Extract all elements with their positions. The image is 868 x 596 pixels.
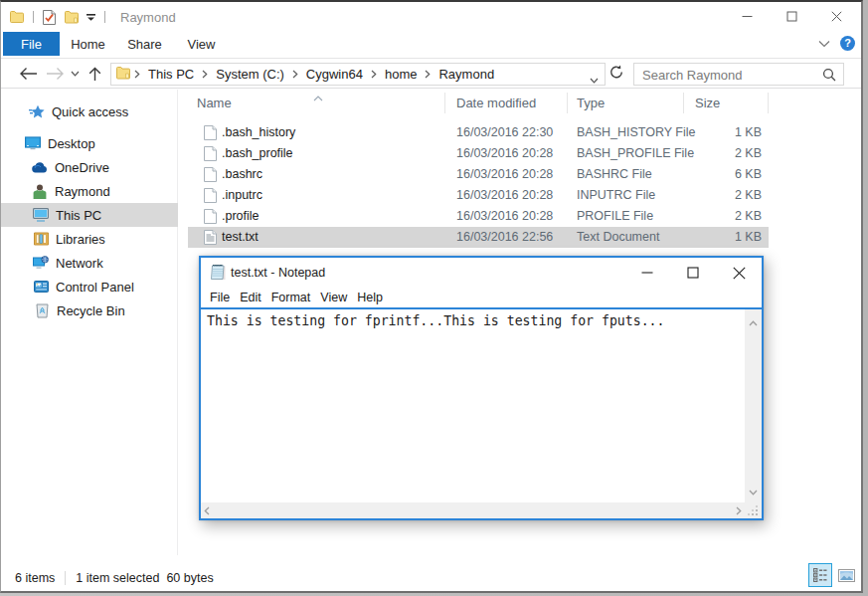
help-icon[interactable]: ? bbox=[840, 36, 855, 51]
file-row-bash-history[interactable]: .bash_history 16/03/2016 22:30 BASH_HIST… bbox=[188, 122, 769, 143]
sidebar-item-control-panel[interactable]: Control Panel bbox=[1, 275, 178, 298]
file-icon bbox=[204, 146, 217, 164]
breadcrumb-home[interactable]: home bbox=[381, 67, 422, 82]
forward-button[interactable] bbox=[42, 60, 68, 88]
breadcrumb-chevron-icon bbox=[198, 70, 212, 79]
scroll-right-icon[interactable] bbox=[736, 502, 742, 518]
notepad-text-area[interactable]: This is testing for fprintf...This is te… bbox=[207, 313, 740, 328]
text-file-icon bbox=[204, 230, 217, 248]
sidebar-item-label: Quick access bbox=[52, 104, 128, 119]
explorer-titlebar: Raymond bbox=[1, 2, 861, 31]
sidebar-item-label: Control Panel bbox=[56, 280, 134, 295]
tab-home[interactable]: Home bbox=[60, 32, 116, 56]
sidebar-item-this-pc[interactable]: This PC bbox=[1, 203, 178, 227]
sidebar-item-label: Libraries bbox=[56, 232, 105, 247]
menu-edit[interactable]: Edit bbox=[235, 291, 266, 304]
libraries-icon bbox=[33, 231, 49, 247]
notepad-title: test.txt - Notepad bbox=[231, 266, 325, 280]
breadcrumb-raymond[interactable]: Raymond bbox=[434, 67, 498, 82]
search-box[interactable]: Search Raymond bbox=[633, 63, 844, 86]
search-icon[interactable] bbox=[822, 68, 836, 86]
breadcrumb-chevron-icon bbox=[367, 70, 381, 79]
expand-ribbon-chevron-icon[interactable] bbox=[818, 34, 830, 52]
recent-locations-chevron-icon[interactable] bbox=[67, 60, 83, 88]
items-count: 6 items bbox=[15, 571, 55, 585]
vertical-scrollbar[interactable] bbox=[745, 309, 762, 502]
notepad-icon bbox=[210, 263, 227, 285]
sidebar-item-quick-access[interactable]: Quick access bbox=[1, 99, 178, 123]
this-pc-icon bbox=[33, 207, 49, 223]
navigation-pane: Quick access Desktop OneDrive bbox=[1, 90, 178, 557]
window-title: Raymond bbox=[120, 10, 176, 25]
qat-separator bbox=[33, 11, 34, 23]
column-headers: Name Date modified Type Size bbox=[179, 90, 861, 115]
tab-share[interactable]: Share bbox=[116, 32, 173, 56]
menu-help[interactable]: Help bbox=[352, 291, 388, 304]
sidebar-item-network[interactable]: Network bbox=[1, 251, 178, 275]
breadcrumb-chevron-icon bbox=[288, 70, 302, 79]
file-row-test-txt[interactable]: test.txt 16/03/2016 22:56 Text Document … bbox=[188, 227, 769, 248]
tab-file[interactable]: File bbox=[3, 32, 60, 56]
sidebar-item-user-raymond[interactable]: Raymond bbox=[1, 179, 178, 203]
column-header-type[interactable]: Type bbox=[577, 96, 605, 110]
horizontal-scrollbar[interactable] bbox=[201, 502, 745, 518]
sidebar-item-label: OneDrive bbox=[55, 160, 109, 175]
notepad-minimize-button[interactable] bbox=[624, 258, 670, 288]
column-header-size[interactable]: Size bbox=[695, 96, 720, 110]
minimize-button[interactable] bbox=[725, 2, 770, 31]
file-icon bbox=[204, 125, 217, 143]
breadcrumb-this-pc[interactable]: This PC bbox=[144, 67, 198, 82]
scroll-up-icon[interactable] bbox=[745, 312, 762, 330]
scroll-down-icon[interactable] bbox=[745, 482, 762, 499]
details-view-button[interactable] bbox=[808, 563, 832, 587]
quick-access-star-icon bbox=[29, 103, 45, 119]
recycle-bin-icon bbox=[34, 302, 50, 318]
address-box[interactable]: This PC System (C:) Cygwin64 home Raymon… bbox=[110, 63, 606, 86]
notepad-maximize-button[interactable] bbox=[670, 258, 716, 288]
control-panel-icon bbox=[33, 279, 49, 295]
up-button[interactable] bbox=[83, 60, 106, 88]
maximize-button[interactable] bbox=[770, 2, 814, 31]
column-header-date-modified[interactable]: Date modified bbox=[456, 96, 536, 110]
back-button[interactable] bbox=[15, 60, 41, 88]
file-icon bbox=[204, 209, 217, 227]
refresh-button[interactable] bbox=[609, 65, 623, 84]
file-row-inputrc[interactable]: .inputrc 16/03/2016 20:28 INPUTRC File 2… bbox=[188, 185, 769, 206]
sidebar-item-libraries[interactable]: Libraries bbox=[1, 227, 178, 251]
customize-qat-dropdown[interactable] bbox=[87, 13, 95, 21]
file-icon bbox=[204, 188, 217, 206]
new-folder-button[interactable] bbox=[65, 11, 79, 24]
notepad-close-button[interactable] bbox=[716, 258, 762, 288]
address-dropdown-chevron-icon[interactable] bbox=[590, 70, 599, 88]
network-icon bbox=[33, 255, 49, 271]
sidebar-item-recycle-bin[interactable]: Recycle Bin bbox=[1, 298, 178, 322]
sidebar-item-label: Desktop bbox=[48, 136, 95, 151]
sidebar-item-label: Raymond bbox=[55, 184, 110, 199]
file-row-bash-profile[interactable]: .bash_profile 16/03/2016 20:28 BASH_PROF… bbox=[188, 143, 769, 164]
breadcrumb-cygwin64[interactable]: Cygwin64 bbox=[302, 67, 367, 82]
search-placeholder: Search Raymond bbox=[642, 68, 742, 83]
file-row-profile[interactable]: .profile 16/03/2016 20:28 PROFILE File 2… bbox=[188, 206, 769, 227]
resize-grip[interactable] bbox=[745, 502, 762, 518]
sidebar-item-desktop[interactable]: Desktop bbox=[1, 131, 178, 155]
user-icon bbox=[32, 183, 48, 199]
ribbon-tab-bar: File Home Share View ? bbox=[1, 31, 861, 59]
file-row-bashrc[interactable]: .bashrc 16/03/2016 20:28 BASHRC File 6 K… bbox=[188, 164, 769, 185]
notepad-titlebar: test.txt - Notepad bbox=[201, 258, 762, 288]
desktop-screen: Raymond File Home Share View bbox=[0, 0, 868, 596]
breadcrumb-system-c[interactable]: System (C:) bbox=[212, 67, 288, 82]
menu-view[interactable]: View bbox=[315, 291, 352, 304]
desktop-icon bbox=[25, 135, 41, 151]
menu-file[interactable]: File bbox=[205, 291, 235, 304]
explorer-window-icon bbox=[10, 11, 24, 23]
large-icons-view-button[interactable] bbox=[834, 563, 858, 587]
column-header-name[interactable]: Name bbox=[197, 96, 232, 110]
tab-view[interactable]: View bbox=[173, 32, 230, 56]
scroll-left-icon[interactable] bbox=[204, 502, 210, 518]
close-button[interactable] bbox=[814, 2, 859, 31]
status-separator bbox=[65, 571, 66, 585]
menu-format[interactable]: Format bbox=[266, 291, 316, 304]
selection-size: 60 bytes bbox=[166, 571, 213, 585]
properties-button[interactable] bbox=[43, 10, 56, 25]
sidebar-item-onedrive[interactable]: OneDrive bbox=[1, 155, 178, 179]
